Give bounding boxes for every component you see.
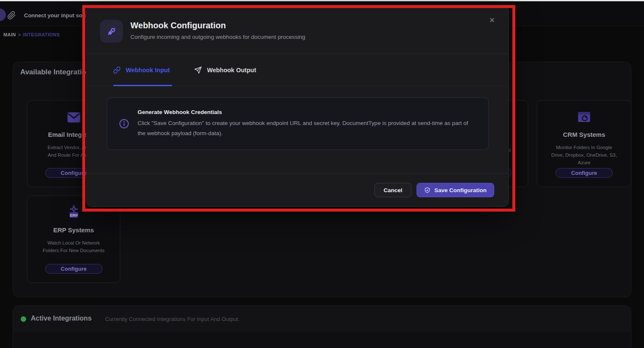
cancel-button[interactable]: Cancel xyxy=(374,183,411,197)
link-icon xyxy=(113,66,121,74)
breadcrumb-separator: > xyxy=(18,32,21,37)
info-content: Generate Webhook Credentials Click "Save… xyxy=(138,109,471,138)
active-integrations-panel: Active Integrations Currently Connected … xyxy=(13,305,631,348)
card-erp-systems: ERP ERP Systems Watch Local Or Network F… xyxy=(27,196,120,283)
card-crm-systems: CRM Systems Monitor Folders In Google Dr… xyxy=(537,100,631,187)
modal-title: Webhook Configuration xyxy=(130,21,305,30)
available-integrations-title: Available Integrations xyxy=(20,68,95,76)
crm-monitor-icon xyxy=(575,109,593,126)
save-configuration-button[interactable]: Save Configuration xyxy=(417,183,494,197)
active-integrations-subtitle: Currently Connected Integrations For Inp… xyxy=(105,316,240,322)
card-description: Monitor Folders In Google Drive, Dropbox… xyxy=(537,144,631,166)
modal-subtitle: Configure incoming and outgoing webhooks… xyxy=(130,34,305,40)
tab-webhook-output[interactable]: Webhook Output xyxy=(194,54,259,86)
info-body: Click "Save Configuration" to create you… xyxy=(138,118,471,138)
card-title: ERP Systems xyxy=(27,226,120,234)
avatar[interactable] xyxy=(0,8,6,21)
modal-header: Webhook Configuration Configure incoming… xyxy=(100,20,305,43)
tab-label: Webhook Output xyxy=(207,67,256,73)
configure-crm-button[interactable]: Configure xyxy=(555,168,613,178)
close-icon[interactable]: × xyxy=(487,15,498,26)
green-status-dot xyxy=(21,316,26,322)
webhook-credentials-info-box: Generate Webhook Credentials Click "Save… xyxy=(107,98,489,150)
webhook-plug-icon xyxy=(100,20,123,43)
modal-footer: Cancel Save Configuration xyxy=(87,173,509,207)
breadcrumb: MAIN>INTEGRATIONS xyxy=(3,32,60,37)
active-integrations-header: Active Integrations Currently Connected … xyxy=(13,306,631,332)
send-icon xyxy=(194,66,202,74)
modal-header-text: Webhook Configuration Configure incoming… xyxy=(130,20,305,40)
paperclip-icon xyxy=(7,11,16,20)
active-integrations-title: Active Integrations xyxy=(31,315,92,322)
save-button-label: Save Configuration xyxy=(434,187,487,193)
card-description: Watch Local Or Network Folders For New D… xyxy=(27,239,120,255)
info-icon xyxy=(119,119,129,129)
info-title: Generate Webhook Credentials xyxy=(138,109,471,115)
envelope-icon xyxy=(65,109,83,126)
shield-check-icon xyxy=(424,187,430,193)
tab-webhook-input[interactable]: Webhook Input xyxy=(113,54,172,86)
breadcrumb-integrations-link[interactable]: INTEGRATIONS xyxy=(23,32,60,37)
window-top-strip xyxy=(0,0,644,1)
tab-label: Webhook Input xyxy=(126,67,170,73)
svg-text:ERP: ERP xyxy=(70,213,77,218)
modal-tabs: Webhook Input Webhook Output xyxy=(87,54,509,86)
breadcrumb-main-link[interactable]: MAIN xyxy=(3,32,16,37)
erp-gear-icon: ERP xyxy=(65,204,83,221)
webhook-configuration-modal: × Webhook Configuration Configure incomi… xyxy=(86,6,509,207)
configure-erp-button[interactable]: Configure xyxy=(45,264,103,274)
card-title: CRM Systems xyxy=(537,131,631,138)
